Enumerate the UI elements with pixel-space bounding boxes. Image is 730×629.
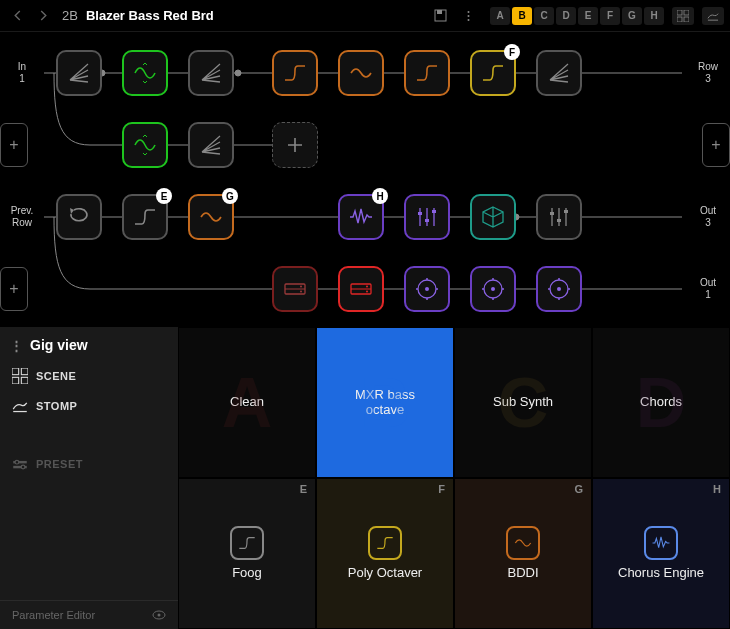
- fx-node-fan[interactable]: [56, 50, 102, 96]
- fx-node-fan[interactable]: [188, 122, 234, 168]
- gig-menu-icon[interactable]: ⋮: [10, 338, 24, 353]
- tile-label: BDDI: [507, 566, 538, 581]
- fx-node-cube[interactable]: [470, 194, 516, 240]
- scene-e-button[interactable]: E: [578, 7, 598, 25]
- add-row-button[interactable]: +: [0, 267, 28, 311]
- tile-tag: H: [713, 483, 721, 495]
- signal-row-2: [44, 122, 702, 168]
- parameter-editor-button[interactable]: Parameter Editor: [0, 600, 178, 629]
- tile-bg-letter: A: [222, 363, 273, 443]
- tile-icon: [506, 526, 540, 560]
- signal-row-3: EGH: [44, 194, 686, 240]
- fx-node-dial[interactable]: [470, 266, 516, 312]
- tile-icon: [230, 526, 264, 560]
- fx-node-dial[interactable]: [404, 266, 450, 312]
- fx-node-wave2[interactable]: [338, 50, 384, 96]
- next-preset-button[interactable]: [32, 5, 54, 27]
- scene-b-button[interactable]: B: [512, 7, 532, 25]
- tile-label: Chorus Engine: [618, 566, 704, 581]
- add-merge-button[interactable]: +: [702, 123, 730, 167]
- fx-node-fan[interactable]: [536, 50, 582, 96]
- output-3-label: Out3: [686, 205, 730, 229]
- fx-node-curve[interactable]: E: [122, 194, 168, 240]
- tile-bg-letter: C: [498, 363, 549, 443]
- tile-label: Poly Octaver: [348, 566, 422, 581]
- fx-node-noise[interactable]: H: [338, 194, 384, 240]
- signal-row-1: F: [44, 50, 686, 96]
- prev-preset-button[interactable]: [6, 5, 28, 27]
- scene-tile-a[interactable]: AClean: [178, 327, 316, 478]
- tile-tag: G: [574, 483, 583, 495]
- output-1-label: Out1: [686, 277, 730, 301]
- fx-node-curve[interactable]: [404, 50, 450, 96]
- fx-node-curve[interactable]: [272, 50, 318, 96]
- tile-bg-letter: B: [360, 363, 411, 443]
- row-out-label: Row3: [686, 61, 730, 85]
- stomp-tile-h[interactable]: HChorus Engine: [592, 478, 730, 629]
- gig-view-title: Gig view: [30, 337, 88, 353]
- scene-c-button[interactable]: C: [534, 7, 554, 25]
- menu-icon[interactable]: [458, 6, 478, 26]
- fx-node-sliders[interactable]: [536, 194, 582, 240]
- scene-tile-c[interactable]: CSub Synth: [454, 327, 592, 478]
- tile-tag: E: [300, 483, 307, 495]
- preset-number: 2B: [62, 8, 78, 23]
- fx-node-sliders[interactable]: [404, 194, 450, 240]
- stomp-tile-f[interactable]: FPoly Octaver: [316, 478, 454, 629]
- scene-h-button[interactable]: H: [644, 7, 664, 25]
- fx-node-fan[interactable]: [188, 50, 234, 96]
- fx-node-rack[interactable]: [272, 266, 318, 312]
- node-badge: G: [222, 188, 238, 204]
- scene-a-button[interactable]: A: [490, 7, 510, 25]
- tile-bg-letter: D: [636, 363, 687, 443]
- scene-d-button[interactable]: D: [556, 7, 576, 25]
- gig-tiles: ACleanBMXR bassoctaveCSub SynthDChordsEF…: [178, 327, 730, 629]
- scene-grid-icon[interactable]: [672, 7, 694, 25]
- save-icon[interactable]: [430, 6, 450, 26]
- tile-icon: [644, 526, 678, 560]
- stomp-tile-e[interactable]: EFoog: [178, 478, 316, 629]
- scene-f-button[interactable]: F: [600, 7, 620, 25]
- input-label: In1: [0, 61, 44, 85]
- node-badge: H: [372, 188, 388, 204]
- stomp-mode-button[interactable]: STOMP: [0, 391, 178, 421]
- scene-g-button[interactable]: G: [622, 7, 642, 25]
- preset-mode-button[interactable]: PRESET: [0, 449, 178, 479]
- scene-mode-button[interactable]: SCENE: [0, 361, 178, 391]
- gig-sidebar: ⋮ Gig view SCENE STOMP PRESET Parameter …: [0, 327, 178, 629]
- fx-node-plus[interactable]: [272, 122, 318, 168]
- stomp-tile-g[interactable]: GBDDI: [454, 478, 592, 629]
- stomp-mode-icon[interactable]: [702, 7, 724, 25]
- signal-row-4: [44, 266, 686, 312]
- fx-node-wave[interactable]: [122, 122, 168, 168]
- fx-node-curve[interactable]: F: [470, 50, 516, 96]
- fx-node-dial[interactable]: [536, 266, 582, 312]
- node-badge: E: [156, 188, 172, 204]
- fx-node-wave2[interactable]: G: [188, 194, 234, 240]
- scene-tile-b[interactable]: BMXR bassoctave: [316, 327, 454, 478]
- tile-icon: [368, 526, 402, 560]
- tile-tag: F: [438, 483, 445, 495]
- fx-node-loop[interactable]: [56, 194, 102, 240]
- scene-tile-d[interactable]: DChords: [592, 327, 730, 478]
- prev-row-label: Prev.Row: [0, 205, 44, 229]
- fx-node-wave[interactable]: [122, 50, 168, 96]
- fx-node-rack[interactable]: [338, 266, 384, 312]
- preset-name[interactable]: Blazer Bass Red Brd: [86, 8, 214, 23]
- scene-selector: ABCDEFGH: [490, 7, 664, 25]
- node-badge: F: [504, 44, 520, 60]
- add-split-button[interactable]: +: [0, 123, 28, 167]
- tile-label: Foog: [232, 566, 262, 581]
